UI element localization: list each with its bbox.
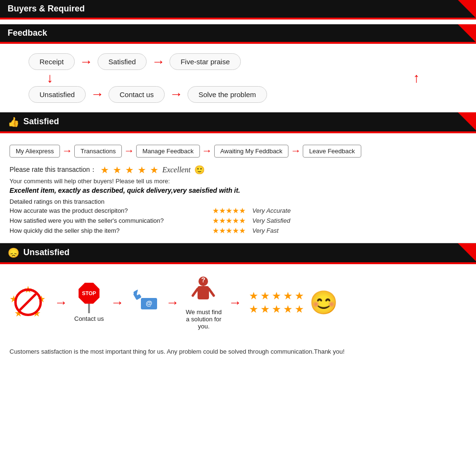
nav-manage-feedback[interactable]: Manage Feedback bbox=[136, 145, 200, 158]
detail-row-2: How satisfied were you with the seller's… bbox=[10, 216, 466, 225]
star-4: ★ bbox=[138, 164, 146, 176]
flow-top-row: Receipt → Satisfied → Five-star praise bbox=[29, 53, 447, 70]
flow-middle: ↓ ↑ bbox=[29, 70, 447, 86]
arrow-up-col: ↑ bbox=[386, 70, 447, 86]
detail-row-1: How accurate was the product descripiton… bbox=[10, 206, 466, 215]
unsat-no-star: ★ ★ ★ ★ ★ bbox=[10, 284, 48, 322]
detail-ratings: Detailed ratings on this transaction How… bbox=[10, 198, 466, 235]
arrow-receipt-satisfied: → bbox=[79, 54, 93, 69]
unsat-stars-step: ★ ★ ★ ★ ★ ★ ★ ★ ★ ★ bbox=[248, 290, 305, 316]
no-circle bbox=[14, 288, 42, 316]
stars-grid: ★ ★ ★ ★ ★ ★ ★ ★ ★ ★ bbox=[248, 290, 305, 316]
flow-solve: Solve the problem bbox=[188, 86, 267, 103]
bottom-message: Customers satisfaction is the most impor… bbox=[10, 348, 345, 355]
question-person: ? bbox=[190, 276, 217, 307]
unsatisfied-section-header: 😞 Unsatisfied bbox=[0, 243, 476, 262]
sad-face-icon: 😞 bbox=[8, 247, 20, 258]
smiley-icon: 🙂 bbox=[194, 165, 205, 175]
svg-line-5 bbox=[209, 289, 214, 296]
nav-path: My Aliexpress → Transactions → Manage Fe… bbox=[10, 145, 466, 158]
flow-receipt: Receipt bbox=[29, 53, 75, 70]
satisfied-content: My Aliexpress → Transactions → Manage Fe… bbox=[0, 138, 476, 243]
unsat-arrow-1: → bbox=[54, 295, 68, 310]
comment-prompt: Your comments will help other buyers! Pl… bbox=[10, 178, 466, 185]
feedback-title: Feedback bbox=[8, 28, 47, 38]
red-divider-2 bbox=[0, 42, 476, 44]
comment-text: Excellent item, exactly as described, qu… bbox=[10, 187, 466, 194]
detail-value-3: Very Fast bbox=[252, 227, 278, 234]
unsat-arrow-2: → bbox=[110, 295, 124, 310]
flow-spacer bbox=[71, 70, 386, 86]
star-2: ★ bbox=[113, 164, 121, 176]
thumbs-up-icon: 👍 bbox=[8, 116, 20, 128]
detail-stars-2: ★★★★★ bbox=[212, 216, 246, 225]
arrow-down-col: ↓ bbox=[29, 70, 71, 86]
gs7: ★ bbox=[260, 303, 270, 316]
rating-prompt: Please rate this transaction： bbox=[10, 166, 97, 174]
excellent-label: Excellent bbox=[162, 166, 191, 174]
svg-text:@: @ bbox=[146, 299, 152, 307]
nav-transactions[interactable]: Transactions bbox=[74, 145, 122, 158]
gs3: ★ bbox=[271, 290, 282, 302]
no-star-container: ★ ★ ★ ★ ★ bbox=[10, 284, 48, 322]
red-divider-4 bbox=[0, 262, 476, 264]
gs4: ★ bbox=[283, 290, 293, 302]
nav-arrow-2: → bbox=[124, 145, 134, 157]
arrow-up-icon: ↑ bbox=[413, 70, 420, 86]
flow-bottom-row: Unsatisfied → Contact us → Solve the pro… bbox=[29, 86, 447, 103]
star-5: ★ bbox=[150, 164, 159, 176]
detail-stars-1: ★★★★★ bbox=[212, 206, 246, 215]
star-1: ★ bbox=[100, 164, 109, 176]
unsat-arrow-4: → bbox=[228, 295, 242, 310]
stop-sign-container: STOP bbox=[79, 283, 99, 313]
buyers-title: Buyers & Required bbox=[8, 4, 85, 14]
feedback-header: Feedback bbox=[0, 24, 476, 42]
flow-contact: Contact us bbox=[109, 86, 165, 103]
unsatisfied-content: ★ ★ ★ ★ ★ → STOP Contact us → bbox=[0, 269, 476, 342]
detail-value-2: Very Satisfied bbox=[252, 217, 290, 224]
arrow-satisfied-fivestar: → bbox=[151, 54, 165, 69]
buyers-header: Buyers & Required bbox=[0, 0, 476, 18]
arrow-down-icon: ↓ bbox=[47, 70, 53, 86]
nav-arrow-4: → bbox=[290, 145, 301, 157]
unsat-smiley: 😊 bbox=[309, 289, 338, 316]
red-divider-3 bbox=[0, 131, 476, 133]
stop-pole bbox=[88, 304, 90, 313]
rating-line: Please rate this transaction： ★ ★ ★ ★ ★ … bbox=[10, 164, 466, 176]
question-person-svg: ? bbox=[190, 276, 217, 307]
unsat-contact-icon: @ bbox=[130, 289, 159, 316]
detail-value-1: Very Accurate bbox=[252, 207, 291, 214]
phone-email-svg: @ bbox=[130, 289, 159, 316]
gs10: ★ bbox=[294, 303, 305, 316]
contact-us-label: Contact us bbox=[74, 315, 104, 322]
detail-row-3: How quickly did the seller ship the item… bbox=[10, 226, 466, 235]
stop-sign: STOP bbox=[79, 283, 99, 304]
nav-leave-feedback[interactable]: Leave Feedback bbox=[303, 145, 361, 158]
gs5: ★ bbox=[294, 290, 305, 302]
satisfied-title: Satisfied bbox=[23, 117, 59, 127]
flow-five-star: Five-star praise bbox=[169, 53, 240, 70]
svg-line-4 bbox=[193, 289, 198, 296]
arrow-unsat-contact: → bbox=[90, 87, 104, 102]
gs9: ★ bbox=[283, 303, 293, 316]
detail-title: Detailed ratings on this transaction bbox=[10, 198, 466, 205]
svg-rect-3 bbox=[198, 286, 209, 299]
bottom-text: Customers satisfaction is the most impor… bbox=[0, 342, 476, 367]
svg-text:?: ? bbox=[201, 276, 206, 284]
big-smiley-icon: 😊 bbox=[309, 289, 338, 316]
nav-my-aliexpress[interactable]: My Aliexpress bbox=[10, 145, 60, 158]
arrow-contact-solve: → bbox=[169, 87, 183, 102]
unsat-stop-step: STOP Contact us bbox=[74, 283, 104, 322]
gs6: ★ bbox=[248, 303, 259, 316]
unsat-flow: ★ ★ ★ ★ ★ → STOP Contact us → bbox=[10, 276, 466, 330]
detail-label-3: How quickly did the seller ship the item… bbox=[10, 227, 209, 234]
nav-arrow-3: → bbox=[202, 145, 212, 157]
gs8: ★ bbox=[271, 303, 282, 316]
detail-label-2: How satisfied were you with the seller's… bbox=[10, 217, 209, 224]
flow-unsatisfied: Unsatisfied bbox=[29, 86, 86, 103]
no-line bbox=[17, 292, 38, 313]
nav-awaiting-feedback[interactable]: Awaiting My Feddback bbox=[214, 145, 289, 158]
unsat-arrow-3: → bbox=[166, 295, 179, 310]
star-3: ★ bbox=[125, 164, 134, 176]
nav-arrow-1: → bbox=[62, 145, 72, 157]
